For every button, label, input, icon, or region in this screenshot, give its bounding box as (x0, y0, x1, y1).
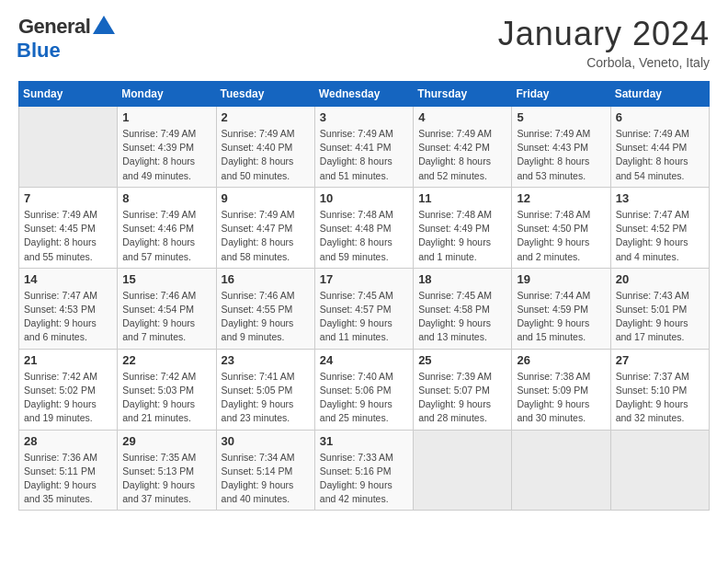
calendar-cell: 10Sunrise: 7:48 AM Sunset: 4:48 PM Dayli… (314, 187, 413, 268)
day-info: Sunrise: 7:49 AM Sunset: 4:41 PM Dayligh… (320, 127, 408, 183)
day-info: Sunrise: 7:49 AM Sunset: 4:45 PM Dayligh… (24, 208, 112, 264)
calendar-table: Sunday Monday Tuesday Wednesday Thursday… (18, 81, 710, 511)
day-number: 10 (320, 191, 408, 205)
day-info: Sunrise: 7:48 AM Sunset: 4:49 PM Dayligh… (418, 208, 506, 264)
calendar-cell (610, 430, 709, 511)
day-info: Sunrise: 7:36 AM Sunset: 5:11 PM Dayligh… (24, 451, 112, 507)
calendar-cell: 18Sunrise: 7:45 AM Sunset: 4:58 PM Dayli… (414, 268, 512, 349)
day-info: Sunrise: 7:49 AM Sunset: 4:42 PM Dayligh… (418, 127, 506, 183)
day-number: 11 (418, 191, 506, 205)
day-info: Sunrise: 7:47 AM Sunset: 4:53 PM Dayligh… (24, 289, 112, 345)
day-number: 6 (616, 110, 704, 124)
calendar-header-row: Sunday Monday Tuesday Wednesday Thursday… (19, 82, 710, 107)
calendar-cell (19, 107, 118, 188)
day-info: Sunrise: 7:44 AM Sunset: 4:59 PM Dayligh… (517, 289, 605, 345)
header: General Blue January 2024 Corbola, Venet… (18, 15, 710, 70)
calendar-week-row: 28Sunrise: 7:36 AM Sunset: 5:11 PM Dayli… (19, 430, 710, 511)
calendar-cell: 8Sunrise: 7:49 AM Sunset: 4:46 PM Daylig… (118, 187, 216, 268)
calendar-cell: 20Sunrise: 7:43 AM Sunset: 5:01 PM Dayli… (610, 268, 709, 349)
day-info: Sunrise: 7:33 AM Sunset: 5:16 PM Dayligh… (320, 451, 408, 507)
day-info: Sunrise: 7:38 AM Sunset: 5:09 PM Dayligh… (517, 370, 605, 426)
day-number: 13 (616, 191, 704, 205)
header-sunday: Sunday (19, 82, 118, 107)
calendar-cell: 2Sunrise: 7:49 AM Sunset: 4:40 PM Daylig… (216, 107, 314, 188)
day-number: 9 (222, 191, 310, 205)
day-number: 16 (222, 272, 310, 286)
day-info: Sunrise: 7:48 AM Sunset: 4:50 PM Dayligh… (517, 208, 605, 264)
calendar-cell: 14Sunrise: 7:47 AM Sunset: 4:53 PM Dayli… (19, 268, 118, 349)
calendar-cell: 25Sunrise: 7:39 AM Sunset: 5:07 PM Dayli… (414, 349, 512, 430)
calendar-week-row: 1Sunrise: 7:49 AM Sunset: 4:39 PM Daylig… (19, 107, 710, 188)
calendar-cell: 26Sunrise: 7:38 AM Sunset: 5:09 PM Dayli… (512, 349, 610, 430)
day-info: Sunrise: 7:49 AM Sunset: 4:39 PM Dayligh… (122, 127, 210, 183)
day-number: 12 (517, 191, 605, 205)
calendar-cell: 28Sunrise: 7:36 AM Sunset: 5:11 PM Dayli… (19, 430, 118, 511)
day-info: Sunrise: 7:49 AM Sunset: 4:44 PM Dayligh… (616, 127, 704, 183)
day-info: Sunrise: 7:40 AM Sunset: 5:06 PM Dayligh… (320, 370, 408, 426)
day-number: 24 (320, 353, 408, 367)
header-tuesday: Tuesday (216, 82, 314, 107)
calendar-cell: 5Sunrise: 7:49 AM Sunset: 4:43 PM Daylig… (512, 107, 610, 188)
month-title: January 2024 (498, 15, 710, 53)
calendar-cell: 4Sunrise: 7:49 AM Sunset: 4:42 PM Daylig… (414, 107, 512, 188)
calendar-cell: 11Sunrise: 7:48 AM Sunset: 4:49 PM Dayli… (414, 187, 512, 268)
day-info: Sunrise: 7:46 AM Sunset: 4:54 PM Dayligh… (122, 289, 210, 345)
calendar-cell: 1Sunrise: 7:49 AM Sunset: 4:39 PM Daylig… (118, 107, 216, 188)
day-info: Sunrise: 7:48 AM Sunset: 4:48 PM Dayligh… (320, 208, 408, 264)
day-number: 21 (24, 353, 112, 367)
day-number: 3 (320, 110, 408, 124)
calendar-cell: 27Sunrise: 7:37 AM Sunset: 5:10 PM Dayli… (610, 349, 709, 430)
day-info: Sunrise: 7:45 AM Sunset: 4:58 PM Dayligh… (418, 289, 506, 345)
day-info: Sunrise: 7:49 AM Sunset: 4:43 PM Dayligh… (517, 127, 605, 183)
calendar-cell: 21Sunrise: 7:42 AM Sunset: 5:02 PM Dayli… (19, 349, 118, 430)
logo-triangle-icon (93, 16, 115, 34)
calendar-cell: 7Sunrise: 7:49 AM Sunset: 4:45 PM Daylig… (19, 187, 118, 268)
calendar-cell: 17Sunrise: 7:45 AM Sunset: 4:57 PM Dayli… (314, 268, 413, 349)
calendar-cell: 22Sunrise: 7:42 AM Sunset: 5:03 PM Dayli… (118, 349, 216, 430)
calendar-cell: 16Sunrise: 7:46 AM Sunset: 4:55 PM Dayli… (216, 268, 314, 349)
calendar-cell: 3Sunrise: 7:49 AM Sunset: 4:41 PM Daylig… (314, 107, 413, 188)
day-number: 18 (418, 272, 506, 286)
day-info: Sunrise: 7:34 AM Sunset: 5:14 PM Dayligh… (222, 451, 310, 507)
page-container: General Blue January 2024 Corbola, Venet… (0, 0, 728, 525)
header-saturday: Saturday (610, 82, 709, 107)
day-number: 27 (616, 353, 704, 367)
day-info: Sunrise: 7:49 AM Sunset: 4:47 PM Dayligh… (222, 208, 310, 264)
day-info: Sunrise: 7:37 AM Sunset: 5:10 PM Dayligh… (616, 370, 704, 426)
calendar-cell: 15Sunrise: 7:46 AM Sunset: 4:54 PM Dayli… (118, 268, 216, 349)
day-info: Sunrise: 7:45 AM Sunset: 4:57 PM Dayligh… (320, 289, 408, 345)
header-wednesday: Wednesday (314, 82, 413, 107)
calendar-cell (414, 430, 512, 511)
calendar-cell: 6Sunrise: 7:49 AM Sunset: 4:44 PM Daylig… (610, 107, 709, 188)
calendar-cell: 13Sunrise: 7:47 AM Sunset: 4:52 PM Dayli… (610, 187, 709, 268)
day-number: 7 (24, 191, 112, 205)
day-number: 14 (24, 272, 112, 286)
day-number: 1 (122, 110, 210, 124)
calendar-cell: 23Sunrise: 7:41 AM Sunset: 5:05 PM Dayli… (216, 349, 314, 430)
logo-general-text: General (18, 15, 90, 39)
day-info: Sunrise: 7:42 AM Sunset: 5:03 PM Dayligh… (122, 370, 210, 426)
day-info: Sunrise: 7:35 AM Sunset: 5:13 PM Dayligh… (122, 451, 210, 507)
location-subtitle: Corbola, Veneto, Italy (498, 55, 710, 70)
calendar-cell: 9Sunrise: 7:49 AM Sunset: 4:47 PM Daylig… (216, 187, 314, 268)
day-info: Sunrise: 7:41 AM Sunset: 5:05 PM Dayligh… (222, 370, 310, 426)
header-friday: Friday (512, 82, 610, 107)
day-info: Sunrise: 7:47 AM Sunset: 4:52 PM Dayligh… (616, 208, 704, 264)
logo-blue-text: Blue (17, 39, 61, 63)
day-info: Sunrise: 7:49 AM Sunset: 4:40 PM Dayligh… (222, 127, 310, 183)
calendar-cell: 12Sunrise: 7:48 AM Sunset: 4:50 PM Dayli… (512, 187, 610, 268)
day-number: 17 (320, 272, 408, 286)
day-info: Sunrise: 7:46 AM Sunset: 4:55 PM Dayligh… (222, 289, 310, 345)
logo: General Blue (18, 15, 115, 63)
day-info: Sunrise: 7:49 AM Sunset: 4:46 PM Dayligh… (122, 208, 210, 264)
day-number: 23 (222, 353, 310, 367)
title-block: January 2024 Corbola, Veneto, Italy (498, 15, 710, 70)
calendar-week-row: 21Sunrise: 7:42 AM Sunset: 5:02 PM Dayli… (19, 349, 710, 430)
day-info: Sunrise: 7:43 AM Sunset: 5:01 PM Dayligh… (616, 289, 704, 345)
day-number: 2 (222, 110, 310, 124)
header-monday: Monday (118, 82, 216, 107)
calendar-cell (512, 430, 610, 511)
day-number: 8 (122, 191, 210, 205)
calendar-cell: 31Sunrise: 7:33 AM Sunset: 5:16 PM Dayli… (314, 430, 413, 511)
calendar-cell: 30Sunrise: 7:34 AM Sunset: 5:14 PM Dayli… (216, 430, 314, 511)
